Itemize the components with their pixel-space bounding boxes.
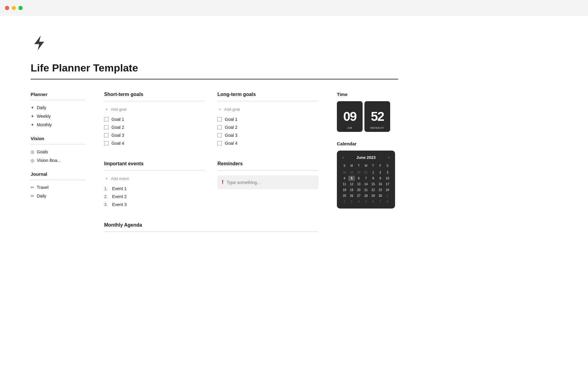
cal-day-1b[interactable]: 1 [384, 193, 391, 198]
short-goal-1-checkbox[interactable] [104, 117, 108, 121]
cal-day-30[interactable]: 30 [377, 193, 383, 198]
cal-day-16[interactable]: 16 [377, 182, 383, 187]
sidebar-item-travel[interactable]: ✏ Travel [31, 184, 86, 191]
long-goal-2-checkbox[interactable] [217, 125, 222, 129]
cal-day-27[interactable]: 27 [356, 193, 362, 198]
cal-day-3[interactable]: 3 [384, 170, 391, 175]
cal-day-10[interactable]: 10 [384, 176, 391, 181]
add-short-plus-icon: ＋ [104, 106, 109, 113]
cal-day-4[interactable]: 4 [341, 176, 348, 181]
cal-day-13[interactable]: 13 [356, 182, 362, 187]
sidebar-item-monthly[interactable]: ✦ Monthly [31, 121, 86, 128]
maximize-button[interactable] [18, 6, 23, 10]
cal-day-23[interactable]: 23 [377, 187, 383, 193]
cal-header-s1: S [341, 163, 348, 169]
cal-day-29a[interactable]: 29 [348, 170, 355, 175]
short-goal-4: Goal 4 [104, 141, 205, 146]
long-goal-4: Goal 4 [217, 141, 318, 146]
cal-day-6b[interactable]: 6 [370, 199, 376, 204]
reminders-header: Reminders [217, 161, 318, 167]
cal-day-15[interactable]: 15 [370, 182, 376, 187]
long-term-goals-section: Long-term goals ＋ Add goal Goal 1 Goal 2 [217, 92, 318, 149]
cal-day-24[interactable]: 24 [384, 187, 391, 193]
cal-day-28b[interactable]: 28 [363, 193, 369, 198]
add-short-term-goal-button[interactable]: ＋ Add goal [104, 106, 126, 113]
cal-day-25[interactable]: 25 [341, 193, 348, 198]
long-term-goals-header: Long-term goals [217, 92, 318, 97]
cal-day-20[interactable]: 20 [356, 187, 362, 193]
add-event-plus-icon: ＋ [104, 175, 109, 182]
cal-day-1[interactable]: 1 [370, 170, 376, 175]
monthly-agenda-section: Monthly Agenda [104, 222, 318, 237]
event-1: 1. Event 1 [104, 186, 205, 191]
cal-day-5[interactable]: 5 [348, 176, 355, 181]
main-area: Short-term goals ＋ Add goal Goal 1 Goal … [104, 92, 318, 237]
cal-day-28a[interactable]: 28 [341, 170, 348, 175]
sidebar-planner-divider [31, 100, 86, 100]
short-goal-1: Goal 1 [104, 117, 205, 122]
cal-day-9[interactable]: 9 [377, 176, 383, 181]
short-goal-3-checkbox[interactable] [104, 133, 108, 137]
cal-day-11[interactable]: 11 [341, 182, 348, 187]
sidebar-item-journal-daily[interactable]: ✏ Daily [31, 192, 86, 200]
sidebar-item-visionboard[interactable]: ◎ Vision Boa... [31, 157, 86, 164]
title-divider [31, 79, 398, 79]
add-long-term-goal-button[interactable]: ＋ Add goal [217, 106, 240, 113]
short-term-goals-section: Short-term goals ＋ Add goal Goal 1 Goal … [104, 92, 205, 149]
cal-day-29b[interactable]: 29 [370, 193, 376, 198]
cal-day-2[interactable]: 2 [377, 170, 383, 175]
cal-day-22[interactable]: 22 [370, 187, 376, 193]
short-goal-2-label: Goal 2 [111, 125, 124, 130]
cal-day-21[interactable]: 21 [363, 187, 369, 193]
cal-day-17[interactable]: 17 [384, 182, 391, 187]
cal-day-8[interactable]: 8 [370, 176, 376, 181]
sidebar: Planner ✦ Daily ✦ Weekly ✦ Monthly Visio… [31, 92, 86, 207]
reminders-divider [217, 170, 318, 171]
long-goal-4-label: Goal 4 [225, 141, 237, 146]
cal-day-5b[interactable]: 5 [363, 199, 369, 204]
cal-day-12[interactable]: 12 [348, 182, 355, 187]
short-goal-2: Goal 2 [104, 125, 205, 130]
add-event-button[interactable]: ＋ Add event [104, 175, 129, 182]
sidebar-planner-section: Planner ✦ Daily ✦ Weekly ✦ Monthly [31, 92, 86, 128]
calendar-widget-section: Calendar ‹ June 2023 › S M T W T F [337, 141, 398, 209]
content-layout: Planner ✦ Daily ✦ Weekly ✦ Monthly Visio… [31, 92, 398, 237]
calendar-month: June 2023 [356, 155, 376, 160]
close-button[interactable] [5, 6, 9, 10]
cal-day-30a[interactable]: 30 [356, 170, 362, 175]
short-goal-2-checkbox[interactable] [104, 125, 108, 129]
cal-day-3b[interactable]: 3 [348, 199, 355, 204]
cal-day-19[interactable]: 19 [348, 187, 355, 193]
sun-icon-weekly: ✦ [31, 114, 34, 119]
time-hours-card: 09 AM [337, 101, 363, 132]
sidebar-item-daily[interactable]: ✦ Daily [31, 104, 86, 111]
cal-day-7[interactable]: 7 [363, 176, 369, 181]
cal-day-6[interactable]: 6 [356, 176, 362, 181]
calendar-next-button[interactable]: › [387, 155, 391, 160]
cal-header-s2: S [384, 163, 391, 169]
sidebar-item-weekly[interactable]: ✦ Weekly [31, 113, 86, 120]
sidebar-item-goals[interactable]: ◎ Goals [31, 148, 86, 155]
minimize-button[interactable] [12, 6, 16, 10]
monthly-agenda-divider [104, 232, 318, 232]
long-goal-3-checkbox[interactable] [217, 133, 222, 137]
add-event-label: Add event [111, 176, 129, 181]
cal-day-18[interactable]: 18 [341, 187, 348, 193]
calendar-prev-button[interactable]: ‹ [341, 155, 345, 160]
cal-day-14[interactable]: 14 [363, 182, 369, 187]
time-day: MONDAY [370, 126, 384, 129]
long-goal-1-checkbox[interactable] [217, 117, 222, 121]
cal-day-2b[interactable]: 2 [341, 199, 348, 204]
cal-day-4b[interactable]: 4 [356, 199, 362, 204]
long-goal-3: Goal 3 [217, 133, 318, 138]
long-goal-4-checkbox[interactable] [217, 141, 222, 145]
cal-day-8b[interactable]: 8 [384, 199, 391, 204]
cal-header-m: M [348, 163, 355, 169]
short-term-goals-divider [104, 101, 205, 101]
reminder-input[interactable] [227, 180, 314, 185]
cal-day-26[interactable]: 26 [348, 193, 355, 198]
cal-day-7b[interactable]: 7 [377, 199, 383, 204]
short-goal-4-checkbox[interactable] [104, 141, 108, 145]
sidebar-weekly-label: Weekly [37, 114, 51, 119]
cal-day-31a[interactable]: 31 [363, 170, 369, 175]
